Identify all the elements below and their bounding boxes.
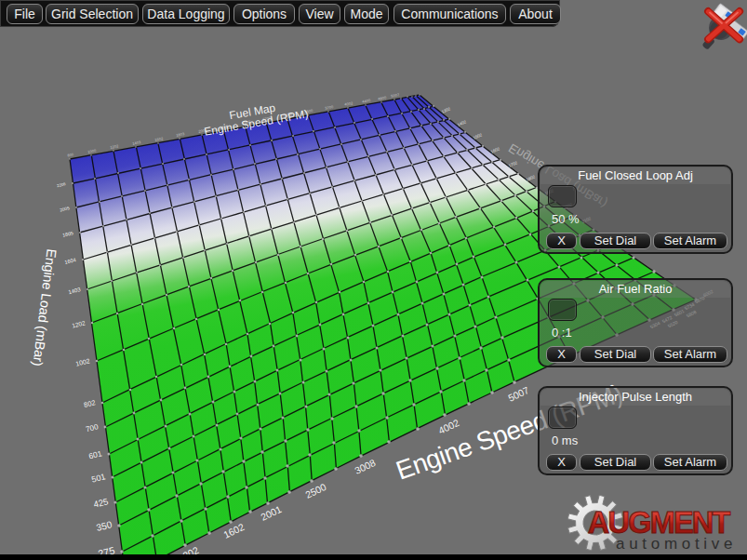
svg-text:1202: 1202 (110, 143, 119, 150)
svg-text:5007: 5007 (506, 384, 530, 404)
svg-text:2206: 2206 (57, 181, 67, 188)
svg-text:1403: 1403 (132, 140, 141, 146)
svg-text:automotive: automotive (616, 535, 733, 553)
svg-text:350: 350 (95, 519, 113, 533)
svg-text:2005: 2005 (60, 206, 71, 213)
svg-text:3008: 3008 (353, 457, 377, 476)
svg-text:800: 800 (67, 152, 74, 157)
svg-text:1604: 1604 (64, 257, 77, 265)
svg-text:700: 700 (85, 422, 100, 433)
svg-text:3700: 3700 (325, 104, 334, 111)
svg-text:425: 425 (92, 496, 109, 510)
svg-text:1502: 1502 (473, 132, 484, 140)
svg-text:1202: 1202 (72, 319, 87, 328)
svg-text:Engine Load (mBar): Engine Load (mBar) (30, 248, 59, 367)
svg-text:501: 501 (90, 472, 106, 484)
svg-text:1000: 1000 (87, 148, 97, 154)
svg-text:802: 802 (83, 398, 96, 409)
svg-text:1302: 1302 (441, 106, 452, 114)
svg-text:4400: 4400 (362, 98, 371, 104)
svg-text:4800: 4800 (378, 95, 387, 101)
svg-text:1802: 1802 (526, 174, 537, 182)
svg-text:5007: 5007 (391, 92, 400, 99)
svg-text:1002: 1002 (74, 357, 90, 367)
svg-text:601: 601 (87, 448, 102, 460)
svg-text:1602: 1602 (154, 136, 164, 142)
svg-text:1402: 1402 (457, 119, 468, 127)
svg-text:1803: 1803 (176, 131, 185, 138)
svg-text:1702: 1702 (508, 160, 519, 168)
svg-text:4002: 4002 (344, 100, 353, 107)
svg-text:4002: 4002 (436, 417, 460, 436)
svg-text:1403: 1403 (68, 287, 82, 295)
svg-text:2500: 2500 (303, 481, 327, 500)
svg-text:1602: 1602 (490, 146, 501, 154)
svg-text:1805: 1805 (62, 230, 74, 238)
